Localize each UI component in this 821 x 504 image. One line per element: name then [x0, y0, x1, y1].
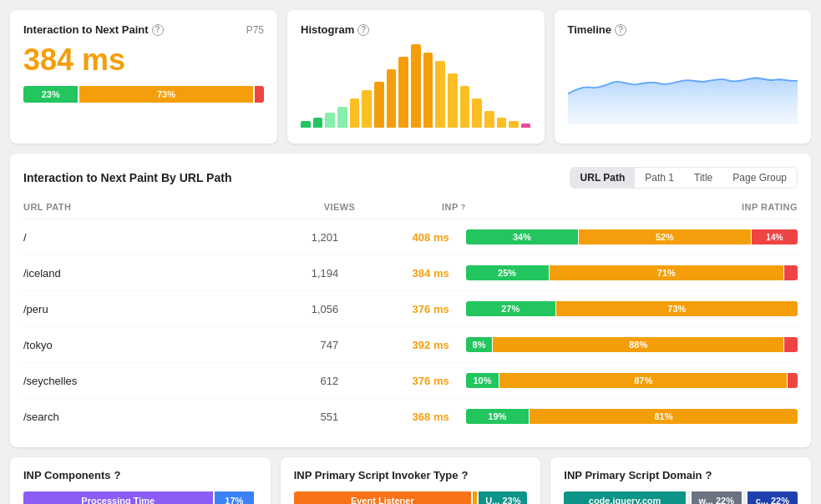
- tab-path1[interactable]: Path 1: [635, 168, 684, 188]
- path-text: /tokyo: [23, 339, 245, 351]
- views-text: 1,194: [245, 267, 355, 280]
- inp-bar-orange: 73%: [79, 86, 252, 103]
- hist-bar-19: [521, 123, 531, 128]
- bb-w22: w... 22%: [692, 491, 742, 504]
- table-row: /iceland 1,194 384 ms 25% 71%: [23, 255, 798, 291]
- bottom-row: INP Components ? Processing Time 17% INP…: [10, 457, 811, 504]
- hist-bar-1: [301, 121, 311, 128]
- inp-card-title: Interaction to Next Paint ?: [23, 23, 164, 36]
- inp-invoker-help-icon[interactable]: ?: [461, 469, 468, 481]
- col-inp-rating: INP RATING: [466, 202, 798, 212]
- hist-bar-5: [350, 98, 360, 128]
- hist-bar-9: [398, 57, 408, 128]
- table-row: /seychelles 612 376 ms 10% 87%: [23, 363, 798, 399]
- rb-orange: 87%: [499, 373, 787, 388]
- bb-jquery: code.jquery.com: [564, 491, 685, 504]
- histogram-card: Histogram ?: [287, 10, 545, 144]
- timeline-card: Timeline ?: [555, 10, 812, 144]
- table-header-row: Interaction to Next Paint By URL Path UR…: [23, 167, 798, 189]
- rating-bar: 8% 88%: [466, 337, 798, 352]
- tab-page-group[interactable]: Page Group: [722, 168, 797, 188]
- hist-bar-4: [337, 107, 347, 128]
- tab-group: URL Path Path 1 Title Page Group: [570, 167, 798, 189]
- inp-domain-help-icon[interactable]: ?: [706, 469, 712, 481]
- views-text: 747: [245, 339, 355, 351]
- hist-bar-13: [448, 73, 458, 128]
- path-text: /search: [23, 411, 245, 423]
- path-text: /seychelles: [23, 375, 245, 387]
- rating-bar: 25% 71%: [466, 265, 798, 280]
- views-text: 551: [245, 411, 355, 423]
- hist-bar-17: [497, 118, 507, 128]
- inp-components-bar: Processing Time 17%: [23, 491, 257, 504]
- rb-orange: 81%: [530, 409, 798, 424]
- rating-bar: 34% 52% 14%: [466, 229, 798, 244]
- inp-bar-red: [255, 86, 264, 103]
- col-url-path: URL PATH: [23, 202, 245, 212]
- rb-orange: 73%: [556, 301, 798, 316]
- inp-help-icon[interactable]: ?: [152, 24, 164, 36]
- bb-sep2: [687, 491, 690, 504]
- rb-red: 14%: [752, 229, 798, 244]
- rating-bar: 10% 87%: [466, 373, 798, 388]
- hist-bar-2: [313, 118, 323, 128]
- table-row: /tokyo 747 392 ms 8% 88%: [23, 327, 798, 363]
- bb-pct-17: 17%: [215, 491, 255, 504]
- inp-card: Interaction to Next Paint ? P75 384 ms 2…: [10, 10, 277, 144]
- rating-bar: 27% 73%: [466, 301, 798, 316]
- hist-bar-3: [325, 113, 335, 128]
- inp-invoker-title: INP Primary Script Invoker Type ?: [294, 469, 528, 481]
- inp-invoker-card: INP Primary Script Invoker Type ? Event …: [281, 457, 541, 504]
- histogram-bars: [301, 44, 531, 128]
- bb-sep: [473, 491, 478, 504]
- views-text: 612: [245, 375, 355, 387]
- inp-ms-text: 384 ms: [355, 267, 465, 280]
- rb-red: [784, 337, 798, 352]
- timeline-chart: [568, 44, 798, 128]
- table-row: /peru 1,056 376 ms 27% 73%: [23, 291, 798, 327]
- hist-bar-15: [472, 98, 482, 128]
- rb-green: 27%: [466, 301, 555, 316]
- bb-u-23: U... 23%: [479, 491, 527, 504]
- inp-components-help-icon[interactable]: ?: [114, 469, 121, 481]
- path-text: /peru: [23, 303, 245, 315]
- timeline-help-icon[interactable]: ?: [615, 24, 626, 36]
- inp-bar-green: 23%: [23, 86, 78, 103]
- views-text: 1,056: [245, 303, 355, 315]
- inp-domain-card: INP Primary Script Domain ? code.jquery.…: [550, 457, 811, 504]
- inp-value: 384 ms: [23, 43, 264, 78]
- table-row: / 1,201 408 ms 34% 52% 14%: [23, 219, 798, 255]
- tab-title[interactable]: Title: [684, 168, 722, 188]
- rb-green: 8%: [466, 337, 493, 352]
- inp-components-card: INP Components ? Processing Time 17%: [10, 457, 271, 504]
- rb-green: 19%: [466, 409, 529, 424]
- bb-c22: c... 22%: [748, 491, 798, 504]
- views-text: 1,201: [245, 231, 355, 244]
- hist-bar-11: [423, 53, 433, 128]
- inp-ms-text: 408 ms: [355, 231, 465, 244]
- tab-url-path[interactable]: URL Path: [570, 168, 636, 188]
- table-title: Interaction to Next Paint By URL Path: [23, 171, 231, 184]
- hist-bar-12: [435, 61, 445, 128]
- rb-green: 25%: [466, 265, 549, 280]
- col-views: VIEWS: [245, 202, 355, 212]
- rb-orange: 88%: [493, 337, 783, 352]
- hist-bar-18: [509, 121, 519, 128]
- rb-green: 10%: [466, 373, 499, 388]
- inp-domain-bar: code.jquery.com w... 22% c... 22%: [564, 491, 798, 504]
- timeline-title: Timeline ?: [568, 23, 798, 36]
- table-row: /search 551 368 ms 19% 81%: [23, 399, 798, 434]
- path-text: /iceland: [23, 267, 245, 280]
- bb-event-listener: Event Listener: [294, 491, 471, 504]
- inp-domain-title: INP Primary Script Domain ?: [564, 469, 798, 481]
- rating-bar: 19% 81%: [466, 409, 798, 424]
- inp-invoker-bar: Event Listener U... 23%: [294, 491, 528, 504]
- column-headers: URL PATH VIEWS INP ? INP RATING: [23, 199, 798, 219]
- rb-red: [788, 373, 798, 388]
- inp-bar: 23% 73%: [23, 86, 264, 103]
- hist-bar-10: [411, 44, 421, 128]
- histogram-help-icon[interactable]: ?: [357, 24, 369, 36]
- bb-processing-time: Processing Time: [23, 491, 213, 504]
- bb-sep3: [743, 491, 746, 504]
- rb-red: [784, 265, 798, 280]
